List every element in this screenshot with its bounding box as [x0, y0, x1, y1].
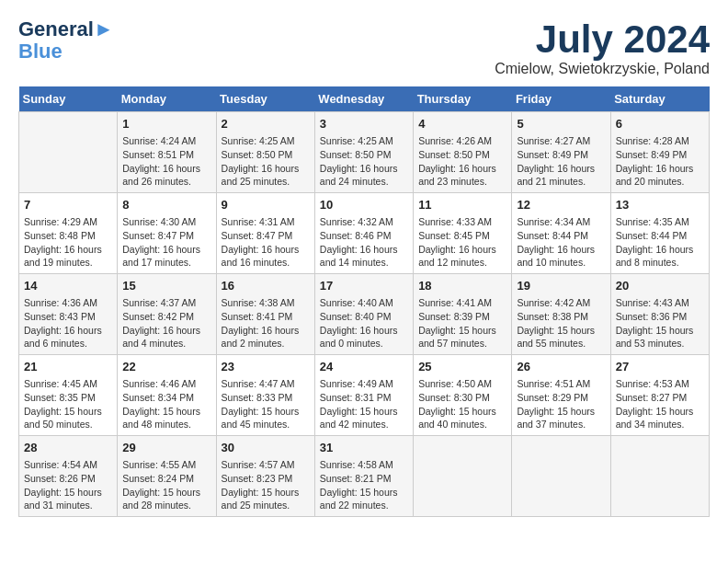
daylight-text: Daylight: 16 hours and 6 minutes.: [24, 325, 102, 350]
calendar-day-cell: 11Sunrise: 4:33 AMSunset: 8:45 PMDayligh…: [414, 193, 512, 274]
daylight-text: Daylight: 15 hours and 31 minutes.: [24, 487, 102, 511]
sunset-text: Sunset: 8:23 PM: [222, 473, 293, 484]
calendar-day-cell: 28Sunrise: 4:54 AMSunset: 8:26 PMDayligh…: [19, 435, 118, 516]
sunrise-text: Sunrise: 4:36 AM: [24, 297, 97, 308]
sunset-text: Sunset: 8:36 PM: [616, 311, 688, 322]
daylight-text: Daylight: 16 hours and 26 minutes.: [122, 163, 200, 188]
logo-text: General►: [18, 18, 114, 40]
sunset-text: Sunset: 8:50 PM: [320, 149, 392, 160]
day-number: 15: [122, 278, 210, 294]
day-number: 4: [418, 116, 506, 132]
day-number: 28: [24, 440, 112, 456]
sunset-text: Sunset: 8:51 PM: [122, 149, 194, 160]
day-number: 21: [24, 359, 112, 375]
sunset-text: Sunset: 8:33 PM: [222, 392, 293, 403]
daylight-text: Daylight: 16 hours and 14 minutes.: [320, 244, 398, 269]
sunset-text: Sunset: 8:50 PM: [222, 149, 293, 160]
sunset-text: Sunset: 8:30 PM: [418, 392, 490, 403]
calendar-day-cell: 16Sunrise: 4:38 AMSunset: 8:41 PMDayligh…: [216, 274, 314, 355]
location: Cmielow, Swietokrzyskie, Poland: [495, 61, 710, 77]
calendar-day-cell: 25Sunrise: 4:50 AMSunset: 8:30 PMDayligh…: [414, 355, 512, 436]
weekday-header-cell: Monday: [118, 86, 216, 112]
daylight-text: Daylight: 16 hours and 4 minutes.: [122, 325, 200, 350]
calendar-day-cell: [610, 435, 709, 516]
calendar-day-cell: 4Sunrise: 4:26 AMSunset: 8:50 PMDaylight…: [414, 112, 512, 193]
day-number: 14: [24, 278, 112, 294]
daylight-text: Daylight: 16 hours and 12 minutes.: [418, 244, 496, 269]
day-number: 30: [222, 440, 310, 456]
calendar-day-cell: [19, 112, 118, 193]
sunset-text: Sunset: 8:26 PM: [24, 473, 96, 484]
sunrise-text: Sunrise: 4:46 AM: [122, 378, 196, 389]
calendar-day-cell: 27Sunrise: 4:53 AMSunset: 8:27 PMDayligh…: [610, 355, 709, 436]
sunset-text: Sunset: 8:47 PM: [222, 230, 293, 241]
daylight-text: Daylight: 16 hours and 24 minutes.: [320, 163, 398, 188]
calendar-day-cell: 12Sunrise: 4:34 AMSunset: 8:44 PMDayligh…: [512, 193, 610, 274]
calendar-day-cell: 23Sunrise: 4:47 AMSunset: 8:33 PMDayligh…: [216, 355, 314, 436]
sunrise-text: Sunrise: 4:34 AM: [517, 216, 590, 227]
calendar-day-cell: 8Sunrise: 4:30 AMSunset: 8:47 PMDaylight…: [118, 193, 216, 274]
sunset-text: Sunset: 8:48 PM: [24, 230, 96, 241]
title-block: July 2024 Cmielow, Swietokrzyskie, Polan…: [495, 18, 710, 77]
calendar-week-row: 7Sunrise: 4:29 AMSunset: 8:48 PMDaylight…: [19, 193, 710, 274]
calendar-day-cell: 21Sunrise: 4:45 AMSunset: 8:35 PMDayligh…: [19, 355, 118, 436]
sunset-text: Sunset: 8:41 PM: [222, 311, 293, 322]
daylight-text: Daylight: 16 hours and 16 minutes.: [222, 244, 300, 269]
sunrise-text: Sunrise: 4:38 AM: [222, 297, 295, 308]
day-number: 6: [616, 116, 704, 132]
sunset-text: Sunset: 8:24 PM: [122, 473, 194, 484]
logo-text-blue: Blue: [18, 40, 114, 63]
daylight-text: Daylight: 15 hours and 22 minutes.: [320, 487, 398, 511]
sunrise-text: Sunrise: 4:55 AM: [122, 459, 196, 470]
sunrise-text: Sunrise: 4:37 AM: [122, 297, 196, 308]
page-header: General► Blue July 2024 Cmielow, Swietok…: [18, 18, 710, 77]
sunrise-text: Sunrise: 4:43 AM: [616, 297, 689, 308]
sunrise-text: Sunrise: 4:49 AM: [320, 378, 393, 389]
calendar-day-cell: 20Sunrise: 4:43 AMSunset: 8:36 PMDayligh…: [610, 274, 709, 355]
daylight-text: Daylight: 15 hours and 25 minutes.: [222, 487, 300, 511]
sunrise-text: Sunrise: 4:29 AM: [24, 216, 97, 227]
day-number: 29: [122, 440, 210, 456]
calendar-day-cell: 15Sunrise: 4:37 AMSunset: 8:42 PMDayligh…: [118, 274, 216, 355]
daylight-text: Daylight: 16 hours and 17 minutes.: [122, 244, 200, 269]
sunset-text: Sunset: 8:34 PM: [122, 392, 194, 403]
calendar-day-cell: 14Sunrise: 4:36 AMSunset: 8:43 PMDayligh…: [19, 274, 118, 355]
calendar-day-cell: 19Sunrise: 4:42 AMSunset: 8:38 PMDayligh…: [512, 274, 610, 355]
weekday-header-row: SundayMondayTuesdayWednesdayThursdayFrid…: [19, 86, 710, 112]
sunset-text: Sunset: 8:45 PM: [418, 230, 490, 241]
sunset-text: Sunset: 8:49 PM: [616, 149, 688, 160]
day-number: 16: [222, 278, 310, 294]
sunrise-text: Sunrise: 4:54 AM: [24, 459, 97, 470]
sunrise-text: Sunrise: 4:25 AM: [320, 135, 393, 146]
day-number: 5: [517, 116, 605, 132]
sunset-text: Sunset: 8:31 PM: [320, 392, 392, 403]
sunrise-text: Sunrise: 4:33 AM: [418, 216, 492, 227]
daylight-text: Daylight: 16 hours and 20 minutes.: [616, 163, 694, 188]
calendar-day-cell: [512, 435, 610, 516]
sunset-text: Sunset: 8:29 PM: [517, 392, 588, 403]
calendar-day-cell: 30Sunrise: 4:57 AMSunset: 8:23 PMDayligh…: [216, 435, 314, 516]
daylight-text: Daylight: 15 hours and 57 minutes.: [418, 325, 496, 350]
daylight-text: Daylight: 15 hours and 37 minutes.: [517, 406, 595, 431]
sunrise-text: Sunrise: 4:41 AM: [418, 297, 492, 308]
sunrise-text: Sunrise: 4:30 AM: [122, 216, 196, 227]
daylight-text: Daylight: 15 hours and 40 minutes.: [418, 406, 496, 431]
day-number: 11: [418, 197, 506, 213]
sunrise-text: Sunrise: 4:31 AM: [222, 216, 295, 227]
day-number: 9: [222, 197, 310, 213]
daylight-text: Daylight: 15 hours and 45 minutes.: [222, 406, 300, 431]
sunrise-text: Sunrise: 4:50 AM: [418, 378, 492, 389]
day-number: 24: [320, 359, 408, 375]
day-number: 25: [418, 359, 506, 375]
calendar-body: 1Sunrise: 4:24 AMSunset: 8:51 PMDaylight…: [19, 112, 710, 517]
calendar-week-row: 1Sunrise: 4:24 AMSunset: 8:51 PMDaylight…: [19, 112, 710, 193]
daylight-text: Daylight: 15 hours and 53 minutes.: [616, 325, 694, 350]
weekday-header-cell: Thursday: [414, 86, 512, 112]
day-number: 18: [418, 278, 506, 294]
day-number: 19: [517, 278, 605, 294]
daylight-text: Daylight: 16 hours and 10 minutes.: [517, 244, 595, 269]
calendar-day-cell: 31Sunrise: 4:58 AMSunset: 8:21 PMDayligh…: [314, 435, 413, 516]
day-number: 26: [517, 359, 605, 375]
calendar-day-cell: 10Sunrise: 4:32 AMSunset: 8:46 PMDayligh…: [314, 193, 413, 274]
sunset-text: Sunset: 8:44 PM: [517, 230, 588, 241]
